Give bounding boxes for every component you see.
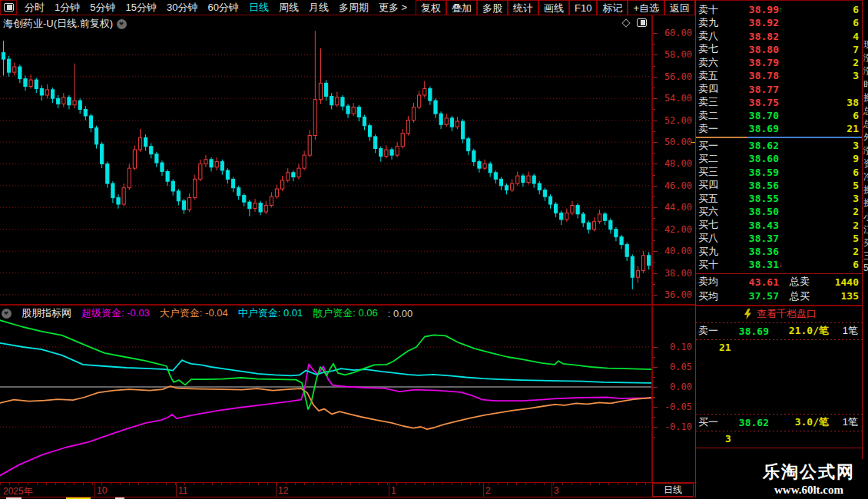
buy-row-7[interactable]: 买七38.432 (696, 219, 862, 232)
tab-period-3[interactable]: 15分钟 (125, 1, 156, 15)
sell-row-8[interactable]: 卖八38.824 (696, 30, 862, 43)
candlestick-chart[interactable] (0, 15, 651, 305)
fund-flow-chart[interactable] (0, 306, 651, 482)
buy-row-6[interactable]: 买六38.502 (696, 205, 862, 218)
toolbar-button-4[interactable]: 画线 (538, 0, 569, 15)
buy-row-10[interactable]: 买十38.31↓6 (696, 258, 862, 271)
axis-tick (653, 88, 655, 88)
month-separator (94, 483, 95, 497)
buy-row-2[interactable]: 买二38.609 (696, 152, 862, 165)
chart-title-row: 海创药业-U(日线.前复权) (3, 17, 127, 31)
tab-period-7[interactable]: 周线 (279, 1, 299, 15)
axis-tick (653, 121, 658, 121)
sell-row-2[interactable]: 卖二38.706 (696, 109, 862, 122)
tab-period-9[interactable]: 多周期 (339, 1, 369, 15)
main-chart-pane[interactable]: 海创药业-U(日线.前复权) (0, 15, 651, 305)
buy-row-4[interactable]: 买四38.565 (696, 179, 862, 192)
window-panel-button[interactable] (0, 0, 17, 15)
toolbar-button-6[interactable]: 标记 (597, 0, 628, 15)
toolbar-button-1[interactable]: 叠加 (446, 0, 477, 15)
sell-row-3[interactable]: 卖三38.7538 (696, 96, 862, 109)
level-volume: 4 (787, 31, 859, 42)
avg-row-0: 卖均43.61总卖1440 (696, 275, 862, 289)
depth-count: 1笔 (829, 415, 858, 429)
toolbar-button-5[interactable]: F10 (569, 0, 597, 15)
depth-level-label: 卖一 (698, 324, 724, 338)
axis-tick (653, 397, 655, 398)
buy-row-8[interactable]: 买八38.375 (696, 232, 862, 245)
tab-period-2[interactable]: 5分钟 (90, 1, 115, 15)
level-label: 买十 (698, 258, 724, 272)
up-arrow-icon: ↑ (779, 5, 787, 14)
level-label: 买七 (698, 218, 724, 232)
total-label: 总卖 (790, 275, 820, 289)
depth-price: 38.69 (724, 326, 769, 337)
sell-row-1[interactable]: 卖一38.6921 (696, 122, 862, 135)
toolbar-button-3[interactable]: 统计 (508, 0, 538, 15)
panel-icon (4, 3, 14, 12)
depth-sell-row[interactable]: 卖一38.6921.0/笔1笔 (696, 324, 862, 338)
tab-period-8[interactable]: 月线 (309, 1, 329, 15)
clipped-glyph: 总 (863, 117, 868, 131)
tab-period-1[interactable]: 1分钟 (55, 1, 80, 15)
price-axis-label: 46.00 (664, 180, 692, 191)
down-arrow-icon: ↓ (779, 260, 787, 269)
buy-row-1[interactable]: 买一38.623 (696, 139, 862, 152)
toolbar-button-2[interactable]: 多股 (477, 0, 508, 15)
axis-tick (653, 218, 655, 219)
buy-row-5[interactable]: 买五38.553 (696, 192, 862, 205)
level-volume: 6 (787, 167, 859, 178)
time-axis[interactable]: 日线 2025年101112123 (0, 482, 695, 497)
toolbar-button-8[interactable]: 返回 (664, 0, 695, 15)
level-volume: 5 (787, 180, 859, 191)
sell-row-10[interactable]: 卖十38.99↑6 (696, 3, 862, 16)
clipped-glyph: 涨 (863, 144, 868, 157)
sell-row-4[interactable]: 卖四38.77 (696, 83, 862, 96)
tab-period-10[interactable]: 更多 > (379, 1, 407, 15)
level-label: 买一 (698, 139, 724, 153)
indicator-pane[interactable]: 股朋指标网 超级资金: -0.03大户资金: -0.04中户资金: 0.01散户… (0, 306, 651, 482)
level-label: 买六 (698, 205, 724, 219)
buy-row-3[interactable]: 买三38.596 (696, 166, 862, 179)
tab-period-5[interactable]: 60分钟 (207, 1, 238, 15)
divider (696, 431, 862, 431)
time-axis-label-4: 1 (391, 485, 396, 496)
toolbar-button-7[interactable]: +自选 (628, 0, 664, 15)
clipped-glyph: 换 (863, 183, 868, 197)
axis-tick (653, 197, 655, 197)
tab-period-4[interactable]: 30分钟 (167, 1, 197, 15)
diamond-icon[interactable] (621, 18, 630, 27)
axis-tick (653, 33, 658, 34)
depth-per-order: 21.0/笔 (769, 324, 829, 338)
level-label: 卖六 (698, 56, 724, 70)
price-scale: 60.0058.0056.0054.0052.0050.0048.0046.00… (651, 15, 695, 305)
tab-period-6[interactable]: 日线 (249, 1, 269, 15)
level-volume: 38 (787, 97, 859, 108)
depth-count: 1笔 (829, 324, 858, 338)
level-price: 38.80 (724, 44, 779, 55)
depth-quote-button[interactable]: 查看千档盘口 (696, 307, 862, 321)
axis-tick (653, 437, 655, 438)
axis-tick (653, 175, 655, 176)
sell-row-5[interactable]: 卖五38.783 (696, 69, 862, 82)
panel-toggle-icon[interactable] (637, 18, 647, 27)
level-label: 卖八 (698, 29, 724, 43)
divider (696, 448, 862, 448)
period-badge[interactable]: 日线 (652, 483, 694, 497)
tab-period-0[interactable]: 分时 (25, 1, 45, 15)
clipped-side-column: 现涨涨时换总总外涨资净换换小江买三5 (862, 0, 868, 499)
chevron-down-icon[interactable] (2, 309, 12, 319)
level-volume: 3 (787, 140, 859, 151)
level-price: 38.56 (724, 180, 779, 191)
depth-buy-row[interactable]: 买一38.623.0/笔1笔 (696, 415, 862, 429)
chevron-down-icon[interactable] (117, 19, 127, 29)
level-label: 买二 (698, 152, 724, 166)
sell-row-7[interactable]: 卖七38.807 (696, 43, 862, 56)
watermark-title: 乐淘公式网 (750, 461, 868, 484)
toolbar: 分时1分钟5分钟15分钟30分钟60分钟日线周线月线多周期更多 > 复权叠加多股… (0, 0, 695, 15)
level-price: 38.78 (724, 70, 779, 81)
toolbar-button-0[interactable]: 复权 (416, 0, 446, 15)
sell-row-6[interactable]: 卖六38.792 (696, 56, 862, 69)
buy-row-9[interactable]: 买九38.362 (696, 245, 862, 258)
sell-row-9[interactable]: 卖九38.926 (696, 16, 862, 29)
